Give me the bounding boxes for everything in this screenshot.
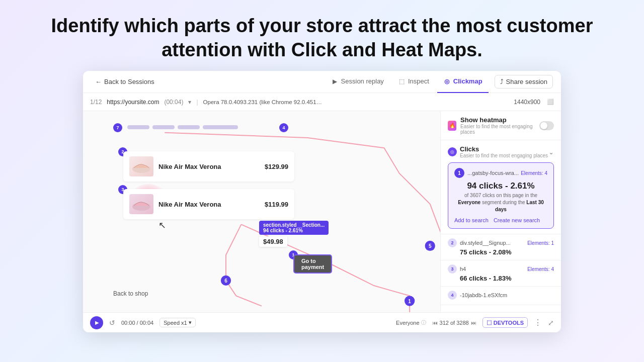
product-row-2: 3 Nike Air Max Verona $119.99 ↖	[123, 189, 294, 223]
inspect-icon: ⬚	[398, 77, 406, 85]
tab-clickmap[interactable]: ◎ Clickmap	[437, 71, 489, 93]
heatmap-label: Show heatmap	[460, 116, 535, 124]
time-display: 00:00 / 00:04	[121, 320, 153, 326]
url-bar: 1/12 https://yoursite.com (00:04) ▾ | Op…	[83, 93, 561, 111]
nav-badge-7: 7	[113, 123, 122, 132]
resolution-display: 1440x900	[514, 99, 540, 106]
clicks-chevron-icon[interactable]: ⌄	[548, 148, 554, 156]
element-2-stat: 75 clicks - 2.08%	[460, 248, 554, 256]
heatmap-label-group: Show heatmap Easier to find the most eng…	[460, 116, 535, 135]
element-row-4-header: 4 -10jabdb-1.eSXfcm	[448, 291, 554, 300]
element-1-count-link[interactable]: Elements: 4	[521, 170, 547, 176]
share-icon: ⤴	[500, 78, 504, 85]
main-content: 5 6 1 7 4 2	[83, 111, 561, 312]
segment-label: Everyone	[396, 320, 419, 326]
heatmap-icon: 🔥	[448, 121, 456, 131]
element-row-3-header: 3 h4 Elements: 4	[448, 264, 554, 274]
player-bar: ▶ ↺ 00:00 / 00:04 Speed x1 ▾ Everyone ⓘ …	[83, 312, 561, 332]
svg-text:1: 1	[408, 299, 411, 304]
clicks-icon: ◎	[448, 147, 457, 156]
clicks-title: Clicks	[460, 145, 548, 153]
more-options-icon[interactable]: ⋮	[534, 318, 542, 327]
element-1-segment: Everyone	[458, 200, 480, 205]
element-row-2[interactable]: 2 div.styled__Signup... Elements: 1 75 c…	[441, 234, 561, 260]
create-new-search-link[interactable]: Create new search	[494, 217, 540, 223]
element-2-name: div.styled__Signup...	[460, 240, 527, 246]
play-button[interactable]: ▶	[90, 316, 103, 329]
element-row-2-header: 2 div.styled__Signup... Elements: 1	[448, 238, 554, 247]
speed-button[interactable]: Speed x1 ▾	[159, 318, 195, 327]
element-3-name: h4	[460, 266, 527, 272]
heatmap-toggle-row: 🔥 Show heatmap Easier to find the most e…	[441, 111, 561, 140]
hero-title: Identify which parts of your store attra…	[0, 0, 644, 71]
session-replay-icon: ▶	[331, 77, 339, 85]
nav-pills	[127, 125, 238, 129]
clickmap-viewport: 5 6 1 7 4 2	[83, 111, 440, 312]
clicks-title-row: ◎ Clicks Easier to find the most engagin…	[448, 145, 548, 158]
heatmap-toggle[interactable]	[539, 121, 554, 130]
prev-session-icon[interactable]: ⏮	[432, 320, 438, 326]
element-1-of-total: of 3607 clicks on this page in the	[464, 193, 537, 198]
element-3-count-link[interactable]: Elements: 4	[527, 266, 554, 272]
share-session-button[interactable]: ⤴ Share session	[495, 75, 553, 88]
clicks-header: ◎ Clicks Easier to find the most engagin…	[448, 145, 554, 158]
product-1-price: $129.99	[265, 163, 288, 170]
element-card-1[interactable]: 1 ...gatsby-focus-wra... Elements: 4 94 …	[448, 162, 554, 229]
go-to-payment-button[interactable]: Go to payment	[293, 254, 332, 274]
tab-inspect-label: Inspect	[408, 77, 429, 85]
product-2-price: $119.99	[265, 201, 288, 208]
element-2-count-link[interactable]: Elements: 1	[527, 240, 554, 246]
back-to-shop-link[interactable]: Back to shop	[113, 290, 148, 297]
element-row-4[interactable]: 4 -10jabdb-1.eSXfcm	[441, 287, 561, 305]
element-3-num: 3	[448, 264, 457, 274]
session-count-label: 312 of 3288	[440, 320, 469, 326]
tab-inspect[interactable]: ⬚ Inspect	[392, 71, 435, 93]
element-1-period-label: segment during the	[482, 200, 526, 205]
element-1-name: ...gatsby-focus-wra...	[467, 170, 521, 176]
cursor-icon: ↖	[158, 220, 166, 231]
url-chevron-icon[interactable]: ▾	[188, 99, 191, 106]
tab-session-replay[interactable]: ▶ Session replay	[325, 71, 390, 93]
svg-point-2	[221, 276, 231, 286]
svg-point-0	[425, 241, 435, 251]
tab-clickmap-label: Clickmap	[453, 77, 482, 85]
next-session-icon[interactable]: ⏭	[471, 320, 476, 326]
speed-chevron-icon: ▾	[189, 319, 192, 326]
product-row-1: 2 Nike Air Max Verona $129.99	[123, 151, 294, 186]
expand-icon[interactable]: ⤢	[548, 319, 554, 327]
add-to-search-link[interactable]: Add to search	[454, 217, 489, 223]
segment-info-icon: ⓘ	[421, 319, 426, 326]
replay-icon[interactable]: ↺	[109, 319, 115, 327]
tooltip-popup: section.styled__Section... 94 clicks - 2…	[259, 221, 329, 235]
product-2-name: Nike Air Max Verona	[158, 201, 221, 208]
heatmap-sub: Easier to find the most engaging places	[460, 124, 535, 135]
devtools-label: DEVTOOLS	[494, 320, 524, 326]
svg-text:6: 6	[224, 278, 227, 284]
element-row-3[interactable]: 3 h4 Elements: 4 66 clicks - 1.83%	[441, 260, 561, 287]
url-display: https://yoursite.com	[107, 99, 159, 106]
tab-session-replay-label: Session replay	[341, 77, 384, 85]
clicks-sub: Easier to find the most engaging places	[460, 153, 548, 158]
segment-display: Everyone ⓘ	[396, 319, 426, 326]
svg-text:5: 5	[429, 243, 432, 249]
product-2-image	[129, 194, 153, 214]
session-count-display: ⏮ 312 of 3288 ⏭	[432, 320, 476, 326]
nav-badge-4: 4	[279, 123, 288, 132]
browser-info: Opera 78.0.4093.231 (like Chrome 92.0.45…	[203, 99, 324, 105]
speed-label: Speed x1	[164, 320, 187, 326]
top-nav-bar: ← Back to Sessions ▶ Session replay ⬚ In…	[83, 71, 561, 93]
back-arrow-icon: ←	[95, 78, 102, 85]
element-1-stat: 94 clicks - 2.61%	[454, 181, 547, 191]
tooltip-line1: section.styled__Section...	[263, 222, 325, 228]
product-1-name: Nike Air Max Verona	[158, 163, 221, 170]
back-label: Back to Sessions	[104, 78, 154, 85]
back-to-sessions-button[interactable]: ← Back to Sessions	[91, 76, 158, 87]
devtools-icon: ⬚	[487, 319, 492, 326]
svg-point-4	[405, 296, 415, 306]
devtools-button[interactable]: ⬚ DEVTOOLS	[482, 317, 528, 328]
element-4-name: -10jabdb-1.eSXfcm	[460, 292, 554, 298]
element-1-num: 1	[454, 168, 464, 178]
share-label: Share session	[506, 78, 547, 85]
play-icon: ▶	[95, 320, 99, 325]
separator: |	[196, 99, 198, 106]
